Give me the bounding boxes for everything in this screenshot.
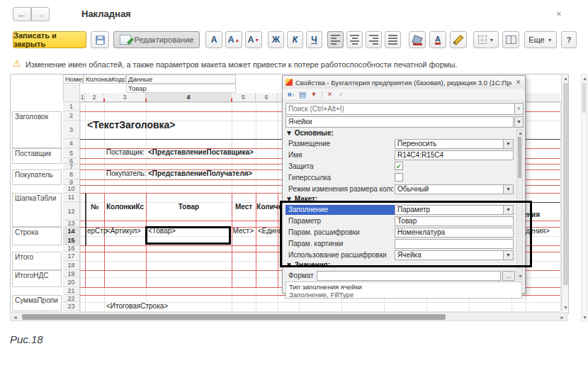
sheet-cell[interactable]: <ПредставлениеПоставщика> xyxy=(147,148,231,158)
column-header[interactable]: 6 xyxy=(256,93,278,102)
scroll-left-icon[interactable]: ◄ xyxy=(13,314,18,321)
column-header[interactable]: 4 xyxy=(146,93,232,102)
sheet-cell[interactable]: Мест> xyxy=(232,227,255,236)
properties-search-input[interactable] xyxy=(285,103,516,115)
scroll-down-icon[interactable]: ▼ xyxy=(563,304,568,311)
scroll-up-icon[interactable]: ▲ xyxy=(518,130,523,136)
sort-icon[interactable]: я↓ xyxy=(285,91,297,98)
row-header[interactable]: 21 xyxy=(63,287,80,295)
row-header[interactable]: 19 xyxy=(63,270,80,277)
align-justify-button[interactable] xyxy=(385,31,401,48)
sheet-cell[interactable]: Поставщик: xyxy=(105,148,145,158)
editing-toggle-button[interactable]: Редактирование xyxy=(113,31,200,48)
row-header[interactable]: 14 xyxy=(63,227,80,236)
property-value-field[interactable]: R14C4:R15C4 xyxy=(395,150,514,160)
category-icon[interactable]: ▤ xyxy=(297,90,308,99)
property-value-field[interactable]: Переносить▼ xyxy=(395,139,514,149)
filter-icon[interactable]: ▼ xyxy=(308,91,320,98)
pencil-button[interactable] xyxy=(450,31,467,48)
row-group-label[interactable]: ШапкаТабли xyxy=(12,193,62,227)
row-header[interactable]: 3 xyxy=(63,121,80,139)
row-group-label[interactable]: Строка xyxy=(12,227,62,245)
sheet-vertical-scrollbar[interactable]: ▲▼ xyxy=(561,74,569,311)
scroll-down-icon[interactable]: ▼ xyxy=(518,273,523,279)
category-select[interactable]: Ячейки xyxy=(285,116,514,128)
page-vertical-scrollbar[interactable]: ▲ ▼ xyxy=(581,74,587,322)
combo-arrow-icon[interactable]: ▼ xyxy=(503,140,513,148)
font-decrease-button[interactable]: А▼ xyxy=(245,31,262,48)
row-header[interactable]: 22 xyxy=(63,295,80,302)
row-header[interactable]: 10 xyxy=(63,185,80,193)
property-value-field[interactable]: Обычный▼ xyxy=(395,184,514,194)
save-button[interactable] xyxy=(91,31,109,48)
scroll-down-icon[interactable]: ▼ xyxy=(582,314,587,321)
form-close-icon[interactable]: × xyxy=(556,10,562,18)
sheet-cell[interactable]: Покупатель: xyxy=(105,169,145,179)
named-column-header[interactable]: НомерС xyxy=(63,74,84,84)
property-value-field[interactable] xyxy=(317,271,501,281)
column-header[interactable]: 1 xyxy=(80,93,85,102)
nav-back-button[interactable]: ← xyxy=(13,7,31,21)
search-clear-button[interactable]: × xyxy=(514,103,524,115)
sheet-cell[interactable]: <ТекстЗаголовка> xyxy=(86,121,103,139)
align-right-button[interactable] xyxy=(366,31,382,48)
horizontal-scroll-thumb[interactable] xyxy=(22,314,446,320)
row-header[interactable]: 18 xyxy=(63,261,80,270)
property-checkbox[interactable]: ✓ xyxy=(395,162,403,170)
row-header[interactable]: 9 xyxy=(63,179,80,185)
named-column-header[interactable]: Данные xyxy=(126,74,236,84)
help-button[interactable]: ? xyxy=(561,31,577,48)
row-group-label[interactable]: СуммаПропи xyxy=(12,295,62,311)
row-header[interactable]: 11 xyxy=(63,193,80,202)
row-header[interactable]: 7 xyxy=(63,164,80,169)
page-scroll-thumb[interactable] xyxy=(582,83,586,113)
italic-button[interactable]: К xyxy=(287,31,303,48)
apply-icon[interactable]: ✓ xyxy=(336,91,347,98)
nav-forward-button[interactable]: → xyxy=(31,7,50,21)
sheet-cell[interactable]: <Артикул> xyxy=(105,227,145,236)
sheet-cell[interactable]: ерСтр xyxy=(86,227,103,236)
borders-dropdown-button[interactable]: ▼ xyxy=(473,31,499,48)
horizontal-scrollbar[interactable]: ◄ ► xyxy=(10,312,567,321)
named-column-header[interactable]: КолонкаКодов xyxy=(84,74,126,84)
font-button[interactable]: А xyxy=(205,31,222,48)
fill-color-button[interactable] xyxy=(409,31,426,48)
row-header[interactable]: 12 xyxy=(63,202,80,221)
sheet-cell[interactable]: КолонкиКс xyxy=(105,193,145,221)
property-checkbox[interactable] xyxy=(395,173,403,182)
scroll-up-icon[interactable]: ▲ xyxy=(582,75,587,82)
row-group-label[interactable]: ИтогоНДС xyxy=(12,270,62,287)
sheet-scroll-thumb[interactable] xyxy=(563,83,568,285)
sheet-cell[interactable]: <ИтоговаяСтрока> xyxy=(105,302,145,311)
row-header[interactable]: 1 xyxy=(63,102,80,111)
align-left-button[interactable] xyxy=(327,31,344,48)
save-and-close-button[interactable]: Записать и закрыть xyxy=(13,31,86,48)
column-header[interactable]: 5 xyxy=(232,93,256,102)
selected-cell-outline[interactable] xyxy=(145,226,231,245)
bold-button[interactable]: Ж xyxy=(268,31,284,48)
underline-button[interactable]: Ч xyxy=(306,31,322,48)
scroll-up-icon[interactable]: ▲ xyxy=(563,75,568,82)
row-header[interactable]: 23 xyxy=(63,302,80,311)
format-dots-button[interactable]: ... xyxy=(502,271,515,281)
row-group-label[interactable]: Заголовок xyxy=(12,111,62,148)
clear-icon[interactable]: ✕ xyxy=(324,91,336,98)
align-center-button[interactable] xyxy=(346,31,363,48)
properties-titlebar[interactable]: Свойства - Бухгалтерия предприятия (базо… xyxy=(283,76,525,89)
sheet-cell[interactable]: № xyxy=(86,193,103,221)
sheet-cell[interactable]: <ПредставлениеПолучателя> xyxy=(147,169,231,179)
scroll-right-icon[interactable]: ► xyxy=(560,314,565,321)
row-header[interactable]: 4 xyxy=(63,139,80,148)
combo-arrow-icon[interactable]: ▼ xyxy=(503,185,513,194)
font-increase-button[interactable]: А▲ xyxy=(225,31,242,48)
column-header[interactable]: 3 xyxy=(104,93,146,102)
properties-scroll-thumb[interactable] xyxy=(518,137,521,178)
row-header[interactable]: 16 xyxy=(63,245,80,252)
sheet-cell[interactable]: Мест xyxy=(232,193,255,221)
properties-close-icon[interactable]: × xyxy=(516,77,521,87)
font-color-button[interactable]: А xyxy=(429,31,446,48)
row-group-label[interactable]: Поставщик xyxy=(12,148,62,164)
row-header[interactable]: 17 xyxy=(63,252,80,261)
row-group-label[interactable]: Итого xyxy=(12,252,62,270)
row-header[interactable]: 13 xyxy=(63,221,80,227)
